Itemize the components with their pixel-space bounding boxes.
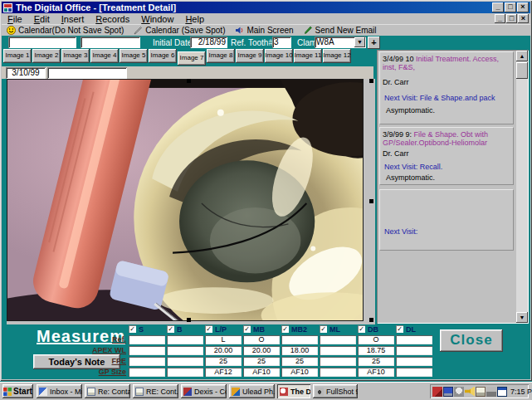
measurement-field[interactable]: AF10 xyxy=(243,368,280,377)
mdi-restore-button[interactable] xyxy=(506,14,517,23)
measurement-field[interactable] xyxy=(396,346,432,355)
tab-image-8[interactable]: Image 8 xyxy=(207,49,235,63)
send-email-button[interactable]: Send New Email xyxy=(299,25,382,36)
measurement-field[interactable]: AF10 xyxy=(281,368,318,377)
tab-image-12[interactable]: Image 12 xyxy=(323,49,351,63)
ref-tooth-field[interactable]: 3 xyxy=(272,37,291,48)
measurement-field[interactable] xyxy=(129,335,165,344)
tab-image-3[interactable]: Image 3 xyxy=(61,49,90,63)
measurement-field[interactable]: AF12 xyxy=(205,368,242,377)
taskbar-item-fullshot[interactable]: FullShot 97 xyxy=(313,384,358,398)
checkbox-checked-icon[interactable] xyxy=(358,325,365,333)
form-field-2[interactable] xyxy=(81,37,140,48)
measurement-field[interactable]: 25 xyxy=(243,357,280,366)
measurement-field[interactable]: O xyxy=(243,335,280,344)
measurement-field[interactable]: 25 xyxy=(205,357,242,366)
tab-image-4[interactable]: Image 4 xyxy=(90,49,119,63)
treatment-photo[interactable] xyxy=(7,79,364,321)
measurement-field[interactable]: 20.00 xyxy=(205,346,242,355)
taskbar-item-digital-office[interactable]: The Di... xyxy=(277,384,310,398)
taskbar-item-dexis[interactable]: Dexis - Co... xyxy=(181,384,227,398)
tab-image-11[interactable]: Image 11 xyxy=(294,49,322,63)
tab-image-1[interactable]: Image 1 xyxy=(3,49,32,63)
initial-date-field[interactable]: 2/18/99 xyxy=(190,37,227,48)
menu-help[interactable]: Help xyxy=(179,14,210,24)
note-entry[interactable]: 3/4/99 10 Initial Treatment. Access, ins… xyxy=(379,51,514,124)
measurement-field[interactable] xyxy=(167,335,203,344)
tab-image-6[interactable]: Image 6 xyxy=(149,49,177,63)
close-button[interactable]: Close xyxy=(440,329,503,352)
tab-image-9[interactable]: Image 9 xyxy=(236,49,264,63)
tab-image-2[interactable]: Image 2 xyxy=(32,49,61,63)
selection-handle[interactable] xyxy=(369,318,373,322)
menu-edit[interactable]: Edit xyxy=(28,14,56,24)
measurement-field[interactable] xyxy=(129,346,165,355)
menu-window[interactable]: Window xyxy=(135,14,179,24)
image-caption-field[interactable] xyxy=(47,67,127,79)
menu-records[interactable]: Records xyxy=(90,14,135,24)
measurement-field[interactable]: 25 xyxy=(358,357,394,366)
scrollbar-thumb[interactable] xyxy=(516,62,528,79)
selection-handle[interactable] xyxy=(369,199,373,203)
notes-scrollbar[interactable] xyxy=(516,51,528,323)
measurement-field[interactable] xyxy=(320,335,356,344)
minimize-button[interactable] xyxy=(492,2,504,12)
restore-button[interactable] xyxy=(505,2,516,12)
measurement-field[interactable]: 20.00 xyxy=(243,346,280,355)
measurement-field[interactable] xyxy=(167,368,203,377)
tab-image-10[interactable]: Image 10 xyxy=(265,49,293,63)
measurement-field[interactable]: 18.00 xyxy=(281,346,318,355)
measurement-field[interactable]: AF10 xyxy=(358,368,394,377)
checkbox-checked-icon[interactable] xyxy=(205,325,212,333)
measurement-field[interactable] xyxy=(281,335,318,344)
menu-file[interactable]: File xyxy=(2,14,28,24)
image-date-field[interactable]: 3/10/99 xyxy=(6,67,46,79)
measurement-field[interactable] xyxy=(129,368,165,377)
checkbox-checked-icon[interactable] xyxy=(281,325,289,333)
scroll-down-icon[interactable] xyxy=(516,312,528,323)
checkbox-checked-icon[interactable] xyxy=(320,325,327,333)
selection-handle[interactable] xyxy=(369,79,373,83)
checkbox-checked-icon[interactable] xyxy=(243,325,251,333)
measurement-field[interactable] xyxy=(396,357,432,366)
menu-insert[interactable]: Insert xyxy=(56,14,90,24)
note-entry[interactable]: 3/9/99 9: File & Shape. Obt with GP/Seal… xyxy=(379,127,514,185)
checkbox-checked-icon[interactable] xyxy=(129,325,136,333)
taskbar-item-re-cont[interactable]: RE: Cont... xyxy=(133,384,178,398)
tab-image-5[interactable]: Image 5 xyxy=(120,49,148,63)
calendar-save-button[interactable]: Calendar (Save Spot) xyxy=(129,25,230,36)
main-screen-button[interactable]: Main Screen xyxy=(230,25,298,36)
taskbar-item-re-conta[interactable]: Re: Conta... xyxy=(85,384,130,398)
measurement-field[interactable] xyxy=(396,368,432,377)
chevron-down-icon[interactable] xyxy=(354,37,365,47)
measurement-field[interactable] xyxy=(320,346,356,355)
display-icon[interactable] xyxy=(443,387,453,397)
close-window-button[interactable] xyxy=(517,2,529,12)
measurement-field[interactable] xyxy=(396,335,432,344)
measurement-field[interactable] xyxy=(320,357,356,366)
measurement-field[interactable]: L xyxy=(205,335,242,344)
mouse-icon[interactable] xyxy=(454,387,464,397)
form-field-1[interactable] xyxy=(8,37,76,48)
start-button[interactable]: Start xyxy=(2,384,33,398)
taskbar-item-ulead[interactable]: Ulead Ph... xyxy=(229,384,275,398)
checkbox-checked-icon[interactable] xyxy=(167,325,174,333)
schedule-icon[interactable] xyxy=(497,387,507,397)
measurement-field[interactable]: O xyxy=(358,335,394,344)
checkbox-checked-icon[interactable] xyxy=(396,325,403,333)
measurement-field[interactable]: 18.75 xyxy=(358,346,394,355)
tab-image-7[interactable]: Image 7 xyxy=(178,51,206,66)
measurement-field[interactable] xyxy=(129,357,165,366)
scanner-icon[interactable] xyxy=(432,387,442,397)
measurement-field[interactable] xyxy=(167,357,203,366)
selection-handle[interactable] xyxy=(187,318,191,322)
note-entry[interactable]: Next Visit: xyxy=(379,189,514,251)
clamp-combobox[interactable]: W8A xyxy=(315,37,366,48)
mail-tray-icon[interactable] xyxy=(476,387,486,397)
taskbar-item-inbox[interactable]: Inbox - Mi... xyxy=(37,384,82,398)
measurement-field[interactable]: 25 xyxy=(281,357,318,366)
mdi-close-button[interactable] xyxy=(518,14,529,23)
selection-handle[interactable] xyxy=(187,79,191,83)
measurement-field[interactable] xyxy=(320,368,356,377)
modem-icon[interactable] xyxy=(486,387,496,397)
